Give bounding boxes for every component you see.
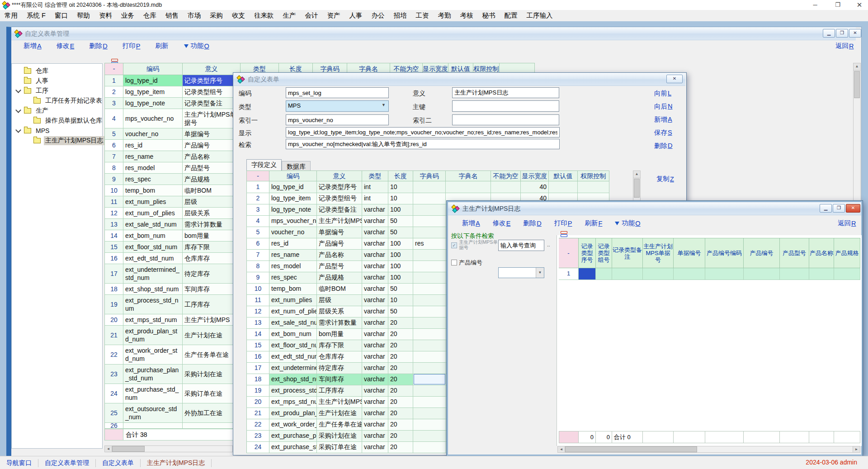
cell[interactable]	[705, 268, 744, 280]
index1-field[interactable]	[286, 114, 389, 125]
row-number[interactable]: 6	[247, 238, 269, 249]
dialog-close-icon[interactable]: ✕	[666, 75, 683, 83]
tree-node-label[interactable]: 工序任务开始记录表	[44, 96, 104, 105]
row-number[interactable]: 22	[105, 345, 123, 365]
cell-meaning[interactable]: 记录类型组号	[317, 193, 362, 204]
cell-code[interactable]: ext_sale_std_num	[269, 317, 317, 328]
cell-meaning[interactable]: 工序库存	[317, 385, 362, 396]
side-button[interactable]: 向前L	[654, 89, 672, 98]
cell-meaning[interactable]: 单据编号	[183, 128, 241, 140]
menu-item[interactable]: 生产	[278, 11, 300, 20]
col-header-code[interactable]: 编码	[269, 171, 317, 181]
row-number[interactable]: 12	[247, 306, 269, 317]
app-close-icon[interactable]: ✕	[853, 1, 866, 9]
col-header-default[interactable]: 默认值	[549, 171, 578, 181]
table-row[interactable]: 24 ext_purchase_std_num 采购订单在途	[105, 384, 241, 403]
toolbar-button[interactable]: 修改E	[493, 219, 511, 227]
w1-back-button[interactable]: 返回R	[835, 42, 854, 50]
cell-type[interactable]: varchar	[362, 283, 388, 294]
cell-meaning[interactable]: 库存下限	[183, 242, 241, 253]
cell-meaning[interactable]: 记录类型序号	[317, 181, 362, 193]
toolbar-button[interactable]: 打印P	[123, 42, 141, 50]
cell-meaning[interactable]: 生产任务单在途	[183, 345, 241, 365]
tree-node-label[interactable]: 生产	[34, 106, 50, 115]
col-header-logtypeitem[interactable]: 记录类型组号	[596, 238, 612, 268]
cell-meaning[interactable]: 库存下限	[317, 340, 362, 351]
cell-meaning[interactable]: 主生产计划MPS	[317, 396, 362, 407]
row-number[interactable]: 18	[247, 374, 269, 385]
cell-dictcode[interactable]	[413, 272, 446, 283]
menu-item[interactable]: 资料	[94, 11, 117, 20]
cell-type[interactable]: varchar	[362, 261, 388, 272]
cell-length[interactable]: 100	[388, 238, 413, 249]
cell-length[interactable]: 20	[388, 441, 413, 453]
cell-length[interactable]: 100	[388, 261, 413, 272]
cell-type[interactable]: varchar	[362, 306, 388, 317]
chevron-down-icon[interactable]	[15, 127, 21, 133]
cell-meaning[interactable]: bom用量	[317, 328, 362, 340]
cell-meaning[interactable]: 仓库库存	[183, 253, 241, 264]
row-number[interactable]: 17	[105, 264, 123, 284]
cell-dictcode[interactable]	[413, 328, 446, 340]
scroll-thumb[interactable]	[112, 446, 145, 452]
col-header-resname[interactable]: 产品名称	[809, 238, 834, 268]
cell-code[interactable]: ext_mps_std_num	[269, 396, 317, 407]
cell-meaning[interactable]: 采购计划在途	[183, 365, 241, 384]
chevron-down-icon[interactable]: ▼	[536, 268, 544, 278]
row-number[interactable]: 23	[247, 430, 269, 441]
cell-dictcode[interactable]	[413, 441, 446, 453]
side-button[interactable]: 新增A	[654, 115, 672, 124]
toolbar-button[interactable]: 修改E	[57, 42, 75, 50]
copy-button[interactable]: 复制Z	[656, 175, 674, 183]
menu-item[interactable]: 往来款	[250, 11, 278, 20]
cell-meaning[interactable]: 生产计划在途	[183, 326, 241, 345]
cell-dictcode[interactable]	[413, 419, 446, 430]
cell-meaning[interactable]: 产品名称	[183, 151, 241, 162]
menu-item[interactable]: 考勤	[433, 11, 455, 20]
cell-code[interactable]: ext_num_of_plies	[123, 208, 183, 219]
cell-type[interactable]: varchar	[362, 385, 388, 396]
row-number[interactable]: 17	[247, 362, 269, 374]
cell-code[interactable]	[123, 423, 183, 429]
index2-field[interactable]	[452, 114, 559, 125]
product-combo[interactable]: ▼	[498, 267, 544, 278]
cell-meaning[interactable]: 采购订单在途	[183, 384, 241, 403]
cell-code[interactable]: voucher_no	[123, 128, 183, 140]
cell-dictcode[interactable]	[413, 181, 446, 193]
cell-meaning[interactable]: 工序库存	[183, 295, 241, 314]
cell-dictcode[interactable]	[413, 215, 446, 227]
cell-meaning[interactable]: 采购订单在途	[317, 441, 362, 453]
menu-item[interactable]: 窗口	[50, 11, 72, 20]
cell-type[interactable]: int	[362, 181, 388, 193]
col-header-rownum[interactable]: -	[247, 171, 269, 181]
cell-type[interactable]: varchar	[362, 340, 388, 351]
cell-code[interactable]: ext_floor_std_num	[269, 340, 317, 351]
menu-item[interactable]: 业务	[117, 11, 139, 20]
cell-length[interactable]: 10	[388, 193, 413, 204]
cell-code[interactable]: temp_bom	[123, 185, 183, 196]
row-number[interactable]: 7	[105, 151, 123, 162]
cell-length[interactable]: 10	[388, 181, 413, 193]
row-number[interactable]: 3	[105, 98, 123, 109]
side-button[interactable]: 向后N	[654, 102, 672, 111]
menu-item[interactable]: 工序输入	[522, 11, 557, 20]
table-row[interactable]: 9 res_spec 产品规格	[105, 174, 241, 185]
table-row[interactable]: 1 log_type_id 记录类型序号 int 10 40	[247, 181, 609, 193]
col-header-voucher[interactable]: 单据编号	[674, 238, 705, 268]
cell-dictcode[interactable]: res	[413, 238, 446, 249]
row-number[interactable]: 14	[105, 230, 123, 242]
toolbar-button[interactable]: 删除D	[523, 219, 541, 227]
cell-dictname[interactable]	[446, 181, 491, 193]
col-header-type[interactable]: 类型	[362, 171, 388, 181]
tree-node-label[interactable]: 主生产计划MPS日志	[44, 136, 104, 145]
w1-minimize-icon[interactable]: ▁	[823, 29, 835, 38]
log-back-button[interactable]: 返回R	[838, 219, 856, 227]
selected-cell[interactable]	[579, 268, 596, 280]
tree-node-label[interactable]: 操作员单据默认仓库	[44, 116, 104, 125]
cell-code[interactable]: log_type_item	[269, 193, 317, 204]
table-row[interactable]: 12 ext_num_of_plies 层级关系	[105, 208, 241, 219]
cell-code[interactable]: log_type_item	[123, 86, 183, 98]
cell-meaning[interactable]: 待定库存	[317, 362, 362, 374]
table-row[interactable]: 3 log_type_note 记录类型备注	[105, 98, 241, 109]
status-item[interactable]: 自定义表单	[96, 459, 141, 467]
